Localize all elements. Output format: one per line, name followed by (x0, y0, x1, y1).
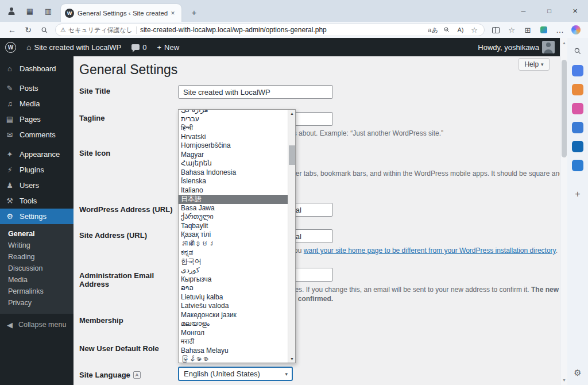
language-option[interactable]: ಕನ್ನಡ (179, 248, 288, 257)
language-option[interactable]: Кыргызча (179, 275, 288, 284)
rail-shopping-icon[interactable] (572, 84, 583, 95)
rail-people-icon[interactable] (572, 103, 583, 114)
tab-close-icon[interactable]: ✕ (168, 10, 177, 16)
language-option[interactable]: Հայերեն (179, 159, 288, 168)
zoom-icon[interactable] (442, 26, 452, 33)
sidebar-item-posts[interactable]: ✎ Posts (0, 80, 74, 96)
scroll-up-icon[interactable]: ▲ (288, 110, 296, 117)
admin-bar-site-name[interactable]: ⌂ Site created with LocalWP (21, 38, 126, 56)
sidebar-add-icon[interactable]: + (571, 188, 584, 201)
language-option[interactable]: ქართული (179, 213, 288, 222)
rail-discover-icon[interactable] (572, 65, 583, 76)
sidebar-item-media[interactable]: ♫ Media (0, 96, 74, 111)
favorite-star-icon[interactable]: ☆ (469, 26, 479, 34)
language-option[interactable]: Latviešu valoda (179, 302, 288, 311)
language-option[interactable]: Hornjoserbščina (179, 141, 288, 151)
sidebar-item-dashboard[interactable]: ⌂ Dashboard (0, 61, 74, 76)
submenu-item-media[interactable]: Media (0, 274, 74, 286)
rail-microsoft365-icon[interactable] (572, 122, 583, 133)
language-option[interactable]: Hrvatski (179, 133, 288, 142)
sidebar-item-comments[interactable]: ✉ Comments (0, 127, 74, 143)
language-option[interactable]: ភាសាខ្មែរ (179, 240, 288, 249)
submenu-item-privacy[interactable]: Privacy (0, 297, 74, 309)
language-option[interactable]: Монгол (179, 329, 288, 338)
language-option[interactable]: Македонски јазик (179, 311, 288, 320)
wordpress-logo[interactable]: W (0, 38, 21, 56)
split-screen-icon[interactable] (488, 24, 503, 36)
language-option[interactable]: മലയാളം (179, 319, 288, 329)
sidebar-item-settings[interactable]: ⚙ Settings (0, 209, 74, 224)
sidebar-item-tools[interactable]: ⚒ Tools (0, 193, 74, 209)
collapse-menu-button[interactable]: ◀ Collapse menu (0, 317, 74, 332)
submenu-item-general[interactable]: General (0, 228, 74, 240)
language-option[interactable]: हिन्दी (179, 124, 288, 133)
back-icon[interactable]: ← (5, 24, 20, 36)
page-scrollbar-thumb[interactable] (562, 60, 567, 157)
language-option[interactable]: 日本語 (179, 195, 288, 204)
new-tab-button[interactable]: + (187, 5, 201, 19)
site-language-select[interactable]: English (United States) ▾ (178, 367, 293, 381)
sidebar-separator[interactable] (0, 76, 74, 80)
language-option[interactable]: Italiano (179, 186, 288, 195)
sidebar-item-plugins[interactable]: ⚡ Plugins (0, 162, 74, 178)
rail-outlook-icon[interactable] (572, 141, 583, 152)
site-icon-label: Site Icon (79, 149, 177, 157)
collections-icon[interactable]: ⊞ (520, 24, 535, 36)
sidebar-item-appearance[interactable]: ✦ Appearance (0, 147, 74, 162)
scroll-down-icon[interactable]: ▼ (288, 355, 296, 363)
dashboard-icon: ⌂ (5, 64, 14, 73)
language-option[interactable]: هزاره گی (179, 110, 288, 115)
language-option[interactable]: كوردی (179, 266, 288, 275)
address-bar[interactable]: ⚠ セキュリティ保護なし site-created-with-localwp.l… (55, 24, 485, 36)
language-option[interactable]: Taqbaylit (179, 222, 288, 231)
rail-word-icon[interactable] (572, 160, 583, 171)
admin-bar-comments[interactable]: 0 (126, 38, 152, 56)
submenu-item-permalinks[interactable]: Permalinks (0, 286, 74, 297)
sidebar-separator[interactable] (0, 143, 74, 147)
language-option[interactable]: Bahasa Melayu (179, 346, 288, 356)
admin-bar-account[interactable]: Howdy, yoshikawa (473, 38, 560, 56)
home-page-link[interactable]: want your site home page to be different… (304, 247, 556, 255)
sidebar-item-pages[interactable]: ▤ Pages (0, 111, 74, 127)
sidebar-search-icon[interactable] (571, 45, 584, 57)
dropdown-scrollbar[interactable]: ▲ ▼ (288, 110, 295, 363)
language-option[interactable]: Basa Jawa (179, 204, 288, 213)
language-option[interactable]: Íslenska (179, 177, 288, 186)
language-option[interactable]: मराठी (179, 337, 288, 346)
language-option[interactable]: עברית (179, 115, 288, 124)
sidebar-item-users[interactable]: ♟ Users (0, 178, 74, 193)
language-option[interactable]: 한국어 (179, 257, 288, 267)
copilot-icon[interactable] (568, 24, 583, 36)
sidebar-settings-icon[interactable]: ⚙ (571, 367, 584, 379)
language-option[interactable]: Magyar (179, 151, 288, 160)
more-menu-icon[interactable]: … (552, 24, 567, 36)
security-chip[interactable]: ⚠ セキュリティ保護なし (60, 26, 133, 34)
avatar (542, 41, 555, 53)
search-icon[interactable] (37, 24, 52, 36)
read-aloud-icon[interactable]: A) (455, 26, 466, 33)
language-option[interactable]: Қазақ тілі (179, 230, 288, 240)
translate-icon[interactable]: aあ (428, 26, 438, 34)
submenu-item-discussion[interactable]: Discussion (0, 263, 74, 274)
browser-essentials-icon[interactable] (536, 24, 551, 36)
language-option[interactable]: ລາວ (179, 284, 288, 293)
dropdown-scrollbar-thumb[interactable] (289, 145, 295, 165)
refresh-icon[interactable]: ↻ (21, 24, 36, 36)
tab-list-icon[interactable]: ▥ (41, 4, 55, 18)
site-title-input[interactable] (178, 85, 333, 99)
close-button[interactable]: ✕ (562, 0, 588, 22)
submenu-item-reading[interactable]: Reading (0, 251, 74, 263)
submenu-item-writing[interactable]: Writing (0, 240, 74, 251)
minimize-button[interactable]: ─ (510, 0, 536, 22)
workspaces-icon[interactable]: ▦ (23, 4, 37, 18)
favorites-icon[interactable]: ☆ (504, 24, 519, 36)
profile-icon[interactable] (5, 4, 18, 18)
browser-tab[interactable]: W General Settings ‹ Site created w ✕ (61, 4, 181, 22)
page-scrollbar[interactable]: ▲ ▼ (560, 38, 567, 385)
language-option[interactable]: Bahasa Indonesia (179, 168, 288, 178)
maximize-button[interactable]: □ (536, 0, 562, 22)
language-option[interactable]: Lietuvių kalba (179, 293, 288, 302)
language-option[interactable]: မြန်မာစာ (179, 355, 288, 363)
admin-bar-new[interactable]: + New (152, 38, 184, 56)
help-button[interactable]: Help ▾ (519, 58, 550, 71)
